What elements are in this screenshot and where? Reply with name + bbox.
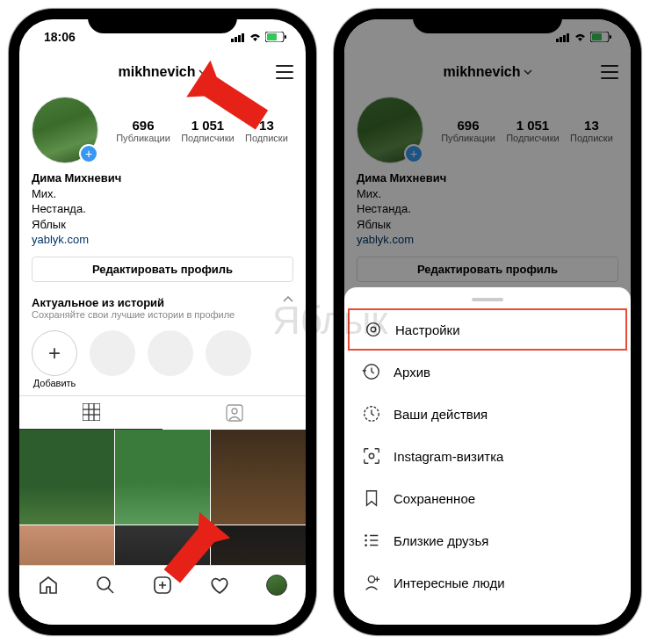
activity-icon <box>362 404 381 423</box>
bio: Дима Михневич Мих. Нестанда. Яблык yably… <box>19 170 306 248</box>
bio-line: Мих. <box>32 186 293 202</box>
bottom-nav <box>19 565 306 625</box>
bio-line: Нестанда. <box>32 201 293 217</box>
highlight-placeholder <box>148 330 193 376</box>
menu-item-nametag[interactable]: Instagram-визитка <box>344 435 631 477</box>
tagged-icon <box>225 403 244 423</box>
top-bar: mikhnevich <box>19 54 306 90</box>
stat-posts[interactable]: 696 Публикации <box>116 118 170 143</box>
heart-icon[interactable] <box>209 575 230 596</box>
menu-label: Интересные люди <box>394 575 505 590</box>
bio-link[interactable]: yablyk.com <box>32 232 293 248</box>
username-label: mikhnevich <box>118 64 195 80</box>
menu-label: Архив <box>394 365 430 380</box>
profile-header: + 696 Публикации 1 051 Подписчики 13 Под… <box>19 90 306 170</box>
svg-point-32 <box>365 539 367 542</box>
svg-rect-12 <box>227 405 242 421</box>
svg-rect-3 <box>242 33 244 42</box>
svg-line-15 <box>108 588 113 593</box>
svg-rect-1 <box>235 37 237 42</box>
screen: mikhnevich + 696 Публикации 1 051 Подпис… <box>344 19 631 625</box>
followers-label: Подписчики <box>181 133 235 143</box>
bio-name: Дима Михневич <box>32 170 293 186</box>
menu-button[interactable] <box>276 65 293 79</box>
profile-nav-avatar[interactable] <box>266 575 287 596</box>
menu-item-archive[interactable]: Архив <box>344 351 631 393</box>
highlight-add-label: Добавить <box>32 378 77 388</box>
svg-point-13 <box>232 409 237 414</box>
phone-right: mikhnevich + 696 Публикации 1 051 Подпис… <box>334 9 641 635</box>
battery-icon <box>265 32 286 42</box>
bookmark-icon <box>362 488 381 508</box>
menu-item-activity[interactable]: Ваши действия <box>344 393 631 435</box>
home-icon[interactable] <box>38 575 59 596</box>
plus-icon: + <box>32 330 77 376</box>
notch <box>88 9 237 33</box>
svg-point-26 <box>367 323 380 336</box>
search-icon[interactable] <box>95 575 116 596</box>
svg-rect-2 <box>238 35 241 42</box>
status-time: 18:06 <box>44 30 76 44</box>
profile-tabs <box>19 395 306 430</box>
username-dropdown[interactable]: mikhnevich <box>118 64 206 80</box>
discover-people-icon <box>362 573 381 592</box>
svg-point-30 <box>369 453 374 459</box>
posts-count: 696 <box>116 118 170 133</box>
svg-point-14 <box>98 577 110 590</box>
list-icon <box>362 531 381 550</box>
highlights-header[interactable]: Актуальное из историй <box>19 291 306 309</box>
svg-point-31 <box>365 534 367 537</box>
avatar-wrap[interactable]: + <box>32 97 98 163</box>
highlights-title: Актуальное из историй <box>32 296 164 309</box>
svg-point-33 <box>365 544 367 546</box>
bio-line: Яблык <box>32 217 293 233</box>
menu-label: Instagram-визитка <box>394 449 503 464</box>
status-icons <box>231 32 286 42</box>
svg-rect-5 <box>267 33 277 40</box>
edit-profile-button[interactable]: Редактировать профиль <box>32 257 293 282</box>
stat-followers[interactable]: 1 051 Подписчики <box>181 118 235 143</box>
menu-item-discover[interactable]: Интересные люди <box>344 561 631 604</box>
add-post-icon[interactable] <box>152 575 173 596</box>
phone-left: 18:06 mikhnevich + 696 Публикаци <box>9 9 316 635</box>
signal-icon <box>231 33 245 42</box>
post-thumbnail[interactable] <box>19 430 114 525</box>
menu-label: Сохраненное <box>394 491 475 506</box>
svg-point-37 <box>368 576 374 582</box>
menu-item-settings[interactable]: Настройки <box>348 308 627 351</box>
archive-icon <box>362 362 381 381</box>
tab-tagged[interactable] <box>162 396 306 430</box>
tab-grid[interactable] <box>19 396 162 430</box>
menu-label: Настройки <box>395 322 460 337</box>
menu-label: Ваши действия <box>394 407 488 422</box>
following-label: Подписки <box>245 133 288 143</box>
highlight-placeholder <box>206 330 251 376</box>
post-thumbnail[interactable] <box>115 430 210 525</box>
followers-count: 1 051 <box>181 118 235 133</box>
nametag-icon <box>362 446 381 466</box>
menu-item-close-friends[interactable]: Близкие друзья <box>344 519 631 561</box>
svg-rect-7 <box>83 403 100 421</box>
stats: 696 Публикации 1 051 Подписчики 13 Подпи… <box>111 118 293 143</box>
highlight-add[interactable]: + Добавить <box>32 330 77 388</box>
chevron-up-icon <box>283 296 293 303</box>
gear-icon <box>364 320 383 339</box>
highlights-row: + Добавить <box>19 325 306 395</box>
add-story-badge[interactable]: + <box>79 144 98 163</box>
highlights-subtitle: Сохраняйте свои лучшие истории в профиле <box>19 309 306 325</box>
svg-rect-0 <box>231 39 234 42</box>
svg-point-27 <box>371 327 376 332</box>
post-thumbnail[interactable] <box>211 430 306 525</box>
svg-rect-6 <box>285 35 286 39</box>
sheet-handle[interactable] <box>472 298 503 301</box>
highlight-placeholder <box>90 330 135 376</box>
menu-sheet: Настройки Архив Ваши действия Instagram-… <box>344 287 631 625</box>
wifi-icon <box>249 33 262 42</box>
menu-item-saved[interactable]: Сохраненное <box>344 477 631 519</box>
posts-label: Публикации <box>116 133 170 143</box>
notch <box>413 9 562 33</box>
grid-icon <box>83 403 100 421</box>
menu-label: Близкие друзья <box>394 533 488 548</box>
